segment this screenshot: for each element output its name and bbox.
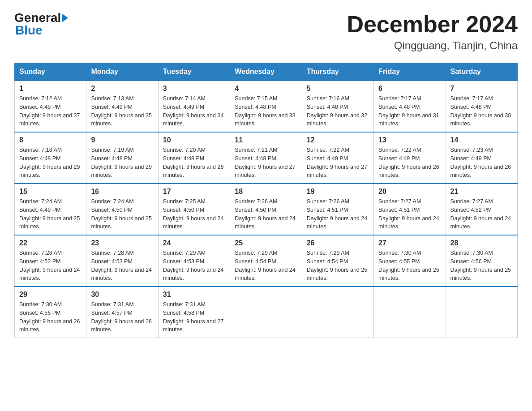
day-cell-22: 22Sunrise: 7:28 AMSunset: 4:52 PMDayligh…	[15, 235, 86, 287]
day-cell-15: 15Sunrise: 7:24 AMSunset: 4:49 PMDayligh…	[15, 184, 86, 235]
day-cell-17: 17Sunrise: 7:25 AMSunset: 4:50 PMDayligh…	[158, 184, 230, 235]
day-number: 16	[91, 188, 153, 196]
day-number: 18	[235, 188, 297, 196]
day-cell-28: 28Sunrise: 7:30 AMSunset: 4:56 PMDayligh…	[446, 235, 517, 287]
column-header-wednesday: Wednesday	[230, 63, 302, 81]
day-number: 4	[235, 85, 297, 93]
day-info: Sunrise: 7:29 AMSunset: 4:53 PMDaylight:…	[163, 249, 225, 283]
day-number: 17	[163, 188, 225, 196]
day-cell-30: 30Sunrise: 7:31 AMSunset: 4:57 PMDayligh…	[86, 287, 158, 338]
page-subtitle: Qingguang, Tianjin, China	[347, 39, 518, 52]
day-cell-7: 7Sunrise: 7:17 AMSunset: 4:48 PMDaylight…	[446, 81, 517, 132]
day-cell-8: 8Sunrise: 7:18 AMSunset: 4:48 PMDaylight…	[15, 132, 86, 184]
day-number: 15	[19, 188, 82, 196]
day-number: 1	[19, 85, 82, 93]
page-header: General Blue December 2024 Qingguang, Ti…	[14, 11, 518, 52]
title-block: December 2024 Qingguang, Tianjin, China	[347, 11, 518, 52]
empty-cell	[230, 287, 302, 338]
day-cell-25: 25Sunrise: 7:29 AMSunset: 4:54 PMDayligh…	[230, 235, 302, 287]
day-number: 14	[450, 136, 513, 144]
day-cell-20: 20Sunrise: 7:27 AMSunset: 4:51 PMDayligh…	[374, 184, 446, 235]
day-cell-12: 12Sunrise: 7:22 AMSunset: 4:49 PMDayligh…	[302, 132, 373, 184]
day-number: 31	[163, 291, 225, 299]
day-number: 5	[307, 85, 369, 93]
day-info: Sunrise: 7:17 AMSunset: 4:48 PMDaylight:…	[378, 94, 441, 128]
empty-cell	[302, 287, 373, 338]
empty-cell	[446, 287, 517, 338]
column-header-tuesday: Tuesday	[158, 63, 230, 81]
day-info: Sunrise: 7:24 AMSunset: 4:50 PMDaylight:…	[91, 197, 153, 231]
day-cell-31: 31Sunrise: 7:31 AMSunset: 4:58 PMDayligh…	[158, 287, 230, 338]
day-info: Sunrise: 7:29 AMSunset: 4:54 PMDaylight:…	[235, 249, 297, 283]
day-number: 21	[450, 188, 513, 196]
day-info: Sunrise: 7:31 AMSunset: 4:58 PMDaylight:…	[163, 300, 225, 334]
day-number: 6	[378, 85, 441, 93]
day-number: 2	[91, 85, 153, 93]
day-cell-19: 19Sunrise: 7:26 AMSunset: 4:51 PMDayligh…	[302, 184, 373, 235]
column-header-friday: Friday	[374, 63, 446, 81]
column-header-monday: Monday	[86, 63, 158, 81]
calendar-table: SundayMondayTuesdayWednesdayThursdayFrid…	[14, 63, 518, 338]
day-info: Sunrise: 7:15 AMSunset: 4:48 PMDaylight:…	[235, 94, 297, 128]
day-info: Sunrise: 7:30 AMSunset: 4:56 PMDaylight:…	[19, 300, 82, 334]
day-cell-11: 11Sunrise: 7:21 AMSunset: 4:48 PMDayligh…	[230, 132, 302, 184]
empty-cell	[374, 287, 446, 338]
week-row-1: 1Sunrise: 7:12 AMSunset: 4:49 PMDaylight…	[15, 81, 518, 132]
day-number: 9	[91, 136, 153, 144]
day-info: Sunrise: 7:13 AMSunset: 4:49 PMDaylight:…	[91, 94, 153, 128]
day-info: Sunrise: 7:28 AMSunset: 4:53 PMDaylight:…	[91, 249, 153, 283]
page-title: December 2024	[347, 11, 518, 38]
day-cell-1: 1Sunrise: 7:12 AMSunset: 4:49 PMDaylight…	[15, 81, 86, 132]
day-cell-26: 26Sunrise: 7:29 AMSunset: 4:54 PMDayligh…	[302, 235, 373, 287]
day-number: 10	[163, 136, 225, 144]
day-info: Sunrise: 7:29 AMSunset: 4:54 PMDaylight:…	[307, 249, 369, 283]
week-row-2: 8Sunrise: 7:18 AMSunset: 4:48 PMDaylight…	[15, 132, 518, 184]
day-cell-9: 9Sunrise: 7:19 AMSunset: 4:48 PMDaylight…	[86, 132, 158, 184]
day-cell-13: 13Sunrise: 7:22 AMSunset: 4:49 PMDayligh…	[374, 132, 446, 184]
column-header-saturday: Saturday	[446, 63, 517, 81]
column-header-sunday: Sunday	[15, 63, 86, 81]
day-number: 8	[19, 136, 82, 144]
logo-blue-text: Blue	[15, 23, 43, 38]
week-row-5: 29Sunrise: 7:30 AMSunset: 4:56 PMDayligh…	[15, 287, 518, 338]
week-row-3: 15Sunrise: 7:24 AMSunset: 4:49 PMDayligh…	[15, 184, 518, 235]
day-cell-4: 4Sunrise: 7:15 AMSunset: 4:48 PMDaylight…	[230, 81, 302, 132]
day-info: Sunrise: 7:17 AMSunset: 4:48 PMDaylight:…	[450, 94, 513, 128]
day-number: 29	[19, 291, 82, 299]
day-cell-6: 6Sunrise: 7:17 AMSunset: 4:48 PMDaylight…	[374, 81, 446, 132]
day-info: Sunrise: 7:26 AMSunset: 4:50 PMDaylight:…	[235, 197, 297, 231]
day-number: 22	[19, 239, 82, 247]
day-cell-10: 10Sunrise: 7:20 AMSunset: 4:48 PMDayligh…	[158, 132, 230, 184]
day-info: Sunrise: 7:22 AMSunset: 4:49 PMDaylight:…	[378, 146, 441, 180]
day-cell-29: 29Sunrise: 7:30 AMSunset: 4:56 PMDayligh…	[15, 287, 86, 338]
day-info: Sunrise: 7:14 AMSunset: 4:49 PMDaylight:…	[163, 94, 225, 128]
day-cell-3: 3Sunrise: 7:14 AMSunset: 4:49 PMDaylight…	[158, 81, 230, 132]
logo: General Blue	[14, 11, 68, 38]
day-number: 12	[307, 136, 369, 144]
day-cell-18: 18Sunrise: 7:26 AMSunset: 4:50 PMDayligh…	[230, 184, 302, 235]
day-cell-21: 21Sunrise: 7:27 AMSunset: 4:52 PMDayligh…	[446, 184, 517, 235]
day-cell-2: 2Sunrise: 7:13 AMSunset: 4:49 PMDaylight…	[86, 81, 158, 132]
day-number: 7	[450, 85, 513, 93]
day-info: Sunrise: 7:30 AMSunset: 4:55 PMDaylight:…	[378, 249, 441, 283]
day-info: Sunrise: 7:19 AMSunset: 4:48 PMDaylight:…	[91, 146, 153, 180]
week-row-4: 22Sunrise: 7:28 AMSunset: 4:52 PMDayligh…	[15, 235, 518, 287]
day-info: Sunrise: 7:22 AMSunset: 4:49 PMDaylight:…	[307, 146, 369, 180]
day-info: Sunrise: 7:27 AMSunset: 4:51 PMDaylight:…	[378, 197, 441, 231]
day-number: 23	[91, 239, 153, 247]
day-info: Sunrise: 7:24 AMSunset: 4:49 PMDaylight:…	[19, 197, 82, 231]
day-cell-27: 27Sunrise: 7:30 AMSunset: 4:55 PMDayligh…	[374, 235, 446, 287]
day-number: 3	[163, 85, 225, 93]
day-info: Sunrise: 7:20 AMSunset: 4:48 PMDaylight:…	[163, 146, 225, 180]
day-info: Sunrise: 7:30 AMSunset: 4:56 PMDaylight:…	[450, 249, 513, 283]
day-info: Sunrise: 7:27 AMSunset: 4:52 PMDaylight:…	[450, 197, 513, 231]
day-cell-23: 23Sunrise: 7:28 AMSunset: 4:53 PMDayligh…	[86, 235, 158, 287]
day-info: Sunrise: 7:28 AMSunset: 4:52 PMDaylight:…	[19, 249, 82, 283]
day-number: 30	[91, 291, 153, 299]
logo-arrow-icon	[62, 13, 68, 22]
day-info: Sunrise: 7:16 AMSunset: 4:48 PMDaylight:…	[307, 94, 369, 128]
day-cell-14: 14Sunrise: 7:23 AMSunset: 4:49 PMDayligh…	[446, 132, 517, 184]
day-info: Sunrise: 7:18 AMSunset: 4:48 PMDaylight:…	[19, 146, 82, 180]
day-number: 28	[450, 239, 513, 247]
calendar-header-row: SundayMondayTuesdayWednesdayThursdayFrid…	[15, 63, 518, 81]
